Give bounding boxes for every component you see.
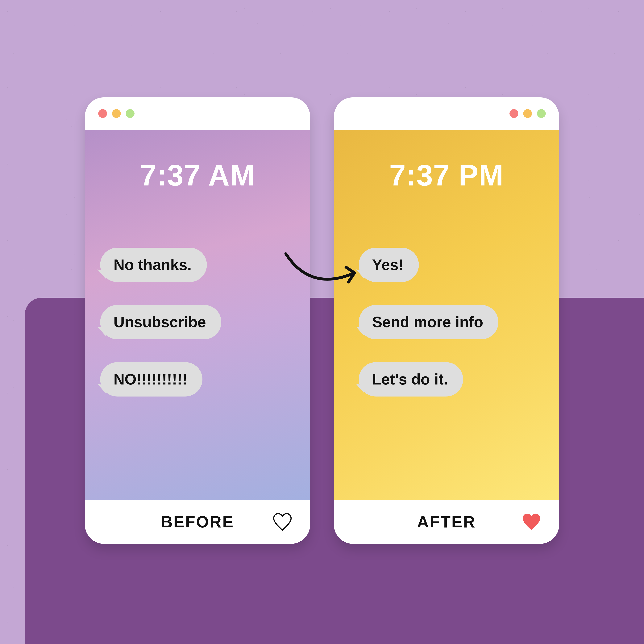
phone-after: 7:37 PM Yes! Send more info Let's do it.… (334, 97, 559, 544)
heart-outline-icon (272, 512, 293, 531)
time-after: 7:37 PM (334, 158, 559, 192)
footer-label-before: BEFORE (161, 513, 234, 531)
phone-footer-after: AFTER (334, 500, 559, 544)
window-dot-green-icon (126, 109, 135, 118)
time-before: 7:37 AM (85, 158, 310, 192)
heart-filled-icon (521, 512, 542, 531)
messages-after: Yes! Send more info Let's do it. (334, 248, 559, 397)
window-dot-green-icon (537, 109, 546, 118)
message-bubble: Let's do it. (359, 362, 463, 397)
message-bubble: Unsubscribe (100, 305, 221, 339)
phone-before: 7:37 AM No thanks. Unsubscribe NO!!!!!!!… (85, 97, 310, 544)
arrow-icon (282, 242, 362, 296)
message-bubble: No thanks. (100, 248, 207, 282)
message-bubble: Send more info (359, 305, 498, 339)
window-dots-before (85, 97, 310, 130)
window-dot-red-icon (98, 109, 107, 118)
window-dot-yellow-icon (112, 109, 121, 118)
phone-body-after: 7:37 PM Yes! Send more info Let's do it. (334, 130, 559, 500)
window-dots-after (334, 97, 559, 130)
window-dot-red-icon (509, 109, 518, 118)
messages-before: No thanks. Unsubscribe NO!!!!!!!!!! (85, 248, 310, 397)
phone-footer-before: BEFORE (85, 500, 310, 544)
message-bubble: Yes! (359, 248, 419, 282)
window-dot-yellow-icon (523, 109, 532, 118)
footer-label-after: AFTER (417, 513, 476, 531)
message-bubble: NO!!!!!!!!!! (100, 362, 202, 397)
phone-body-before: 7:37 AM No thanks. Unsubscribe NO!!!!!!!… (85, 130, 310, 500)
phones-row: 7:37 AM No thanks. Unsubscribe NO!!!!!!!… (0, 97, 644, 544)
